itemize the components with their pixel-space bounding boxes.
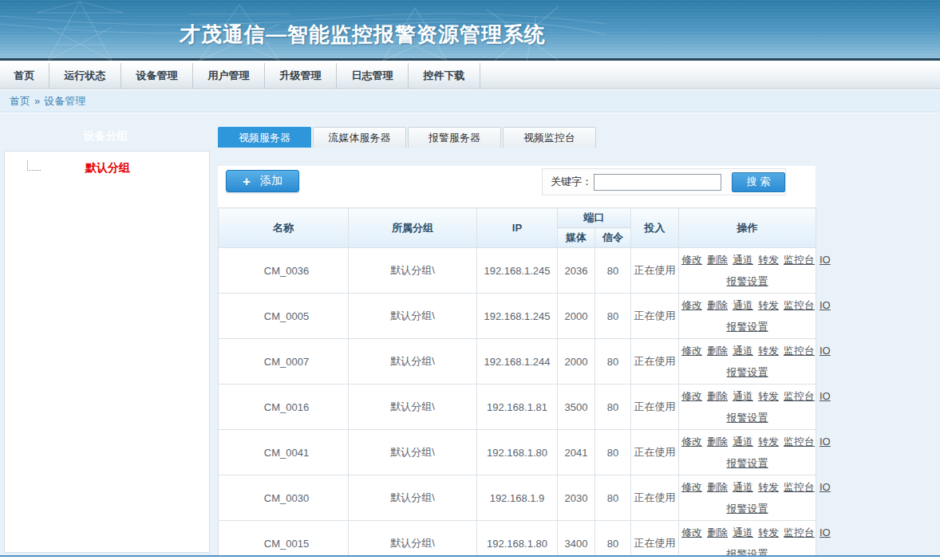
nav-item-control-download[interactable]: 控件下载 xyxy=(409,63,480,89)
action-link-edit[interactable]: 修改 xyxy=(681,390,702,402)
action-links-line2: 报警设置 xyxy=(679,361,816,383)
device-group-cell: 默认分组\ xyxy=(349,248,477,294)
action-link-delete[interactable]: 删除 xyxy=(707,345,728,357)
action-link-forward[interactable]: 转发 xyxy=(758,436,779,448)
action-link-forward[interactable]: 转发 xyxy=(758,390,779,402)
col-header-name: 名称 xyxy=(219,208,349,248)
action-link-monitor-console[interactable]: 监控台 xyxy=(784,254,815,266)
action-link-alarm-settings[interactable]: 报警设置 xyxy=(727,275,768,287)
action-link-channel[interactable]: 通道 xyxy=(733,390,753,402)
action-link-io[interactable]: IO xyxy=(820,526,831,538)
action-link-monitor-console[interactable]: 监控台 xyxy=(784,345,815,357)
breadcrumb-current: 设备管理 xyxy=(44,94,85,108)
action-link-alarm-settings[interactable]: 报警设置 xyxy=(727,503,768,515)
action-link-forward[interactable]: 转发 xyxy=(758,254,779,266)
action-link-edit[interactable]: 修改 xyxy=(681,436,702,448)
tree-item-label: 默认分组 xyxy=(85,162,130,173)
action-link-edit[interactable]: 修改 xyxy=(681,526,702,538)
action-link-edit[interactable]: 修改 xyxy=(681,481,702,493)
action-links-line2: 报警设置 xyxy=(679,407,816,428)
action-link-monitor-console[interactable]: 监控台 xyxy=(784,436,815,448)
table-row: CM_0036 默认分组\ 192.168.1.245 2036 80 正在使用… xyxy=(219,248,816,294)
action-link-io[interactable]: IO xyxy=(820,390,831,402)
action-links-line1: 修改删除通道转发监控台IO xyxy=(679,294,816,316)
action-link-io[interactable]: IO xyxy=(820,345,831,357)
action-link-io[interactable]: IO xyxy=(820,254,831,266)
device-status-cell: 正在使用 xyxy=(631,339,679,385)
table-row: CM_0005 默认分组\ 192.168.1.245 2000 80 正在使用… xyxy=(219,294,816,339)
action-link-channel[interactable]: 通道 xyxy=(733,254,753,266)
action-link-io[interactable]: IO xyxy=(820,299,831,311)
search-button[interactable]: 搜 索 xyxy=(732,172,785,192)
device-actions-cell: 修改删除通道转发监控台IO 报警设置 xyxy=(679,430,816,475)
device-ip-cell: 192.168.1.80 xyxy=(477,521,558,560)
action-link-monitor-console[interactable]: 监控台 xyxy=(784,526,815,538)
device-name-cell: CM_0015 xyxy=(219,521,349,560)
action-link-monitor-console[interactable]: 监控台 xyxy=(784,299,815,311)
tree-branch-icon xyxy=(27,160,41,171)
action-link-forward[interactable]: 转发 xyxy=(758,481,779,493)
action-link-forward[interactable]: 转发 xyxy=(758,526,779,538)
action-link-delete[interactable]: 删除 xyxy=(707,436,728,448)
tab-video-monitor-console[interactable]: 视频监控台 xyxy=(503,127,596,148)
action-link-edit[interactable]: 修改 xyxy=(681,345,702,357)
app-header: 才茂通信—智能监控报警资源管理系统 xyxy=(0,0,940,61)
col-header-group: 所属分组 xyxy=(349,208,477,248)
device-actions-cell: 修改删除通道转发监控台IO 报警设置 xyxy=(679,521,816,560)
device-name-cell: CM_0036 xyxy=(219,248,349,294)
action-link-delete[interactable]: 删除 xyxy=(707,390,728,402)
col-header-ip: IP xyxy=(477,208,558,248)
action-link-io[interactable]: IO xyxy=(820,481,831,493)
device-group-cell: 默认分组\ xyxy=(349,475,477,521)
device-media-port-cell: 2030 xyxy=(558,475,595,521)
device-status-cell: 正在使用 xyxy=(631,430,679,475)
device-signal-port-cell: 80 xyxy=(595,475,631,521)
device-signal-port-cell: 80 xyxy=(595,294,631,339)
tree-item-default-group[interactable]: 默认分组 xyxy=(5,160,209,175)
device-actions-cell: 修改删除通道转发监控台IO 报警设置 xyxy=(679,294,816,339)
action-links-line2: 报警设置 xyxy=(679,316,816,337)
nav-item-user-management[interactable]: 用户管理 xyxy=(193,63,265,89)
action-link-alarm-settings[interactable]: 报警设置 xyxy=(727,412,768,424)
keyword-input[interactable] xyxy=(594,174,721,191)
action-link-alarm-settings[interactable]: 报警设置 xyxy=(727,366,768,378)
action-link-alarm-settings[interactable]: 报警设置 xyxy=(727,321,768,333)
action-link-monitor-console[interactable]: 监控台 xyxy=(784,390,815,402)
device-status-cell: 正在使用 xyxy=(631,294,679,339)
action-links-line1: 修改删除通道转发监控台IO xyxy=(679,340,816,361)
action-link-delete[interactable]: 删除 xyxy=(707,254,728,266)
action-links-line1: 修改删除通道转发监控台IO xyxy=(679,476,816,498)
action-link-channel[interactable]: 通道 xyxy=(733,481,753,493)
action-link-channel[interactable]: 通道 xyxy=(733,345,753,357)
nav-item-upgrade-management[interactable]: 升级管理 xyxy=(265,63,337,89)
device-ip-cell: 192.168.1.245 xyxy=(477,248,558,294)
sidebar-title: 设备分组 xyxy=(0,129,211,144)
action-link-channel[interactable]: 通道 xyxy=(733,436,753,448)
nav-item-home[interactable]: 首页 xyxy=(0,63,49,89)
nav-item-device-management[interactable]: 设备管理 xyxy=(121,63,193,89)
tab-stream-media-server[interactable]: 流媒体服务器 xyxy=(313,127,406,148)
device-ip-cell: 192.168.1.245 xyxy=(477,294,558,339)
device-signal-port-cell: 80 xyxy=(595,248,631,294)
action-link-io[interactable]: IO xyxy=(820,436,831,448)
action-link-monitor-console[interactable]: 监控台 xyxy=(784,481,815,493)
page-bottom-margin xyxy=(0,557,940,560)
action-link-delete[interactable]: 删除 xyxy=(707,481,728,493)
action-link-forward[interactable]: 转发 xyxy=(758,299,779,311)
action-link-edit[interactable]: 修改 xyxy=(681,299,702,311)
device-table: 名称 所属分组 IP 端口 投入 操作 媒体 信令 CM_0036 默认分组\ … xyxy=(218,207,816,560)
action-link-delete[interactable]: 删除 xyxy=(707,526,728,538)
action-links-line1: 修改删除通道转发监控台IO xyxy=(679,522,816,543)
nav-item-running-status[interactable]: 运行状态 xyxy=(49,63,121,89)
add-button[interactable]: + 添加 xyxy=(226,170,299,192)
action-link-channel[interactable]: 通道 xyxy=(733,526,753,538)
action-link-delete[interactable]: 删除 xyxy=(707,299,728,311)
action-link-channel[interactable]: 通道 xyxy=(733,299,753,311)
action-link-alarm-settings[interactable]: 报警设置 xyxy=(727,457,768,469)
tab-video-server[interactable]: 视频服务器 xyxy=(218,127,311,148)
tab-alarm-server[interactable]: 报警服务器 xyxy=(408,127,501,148)
action-link-forward[interactable]: 转发 xyxy=(758,345,779,357)
action-link-edit[interactable]: 修改 xyxy=(681,254,702,266)
nav-item-log-management[interactable]: 日志管理 xyxy=(337,63,409,89)
breadcrumb-home[interactable]: 首页 xyxy=(10,94,30,108)
